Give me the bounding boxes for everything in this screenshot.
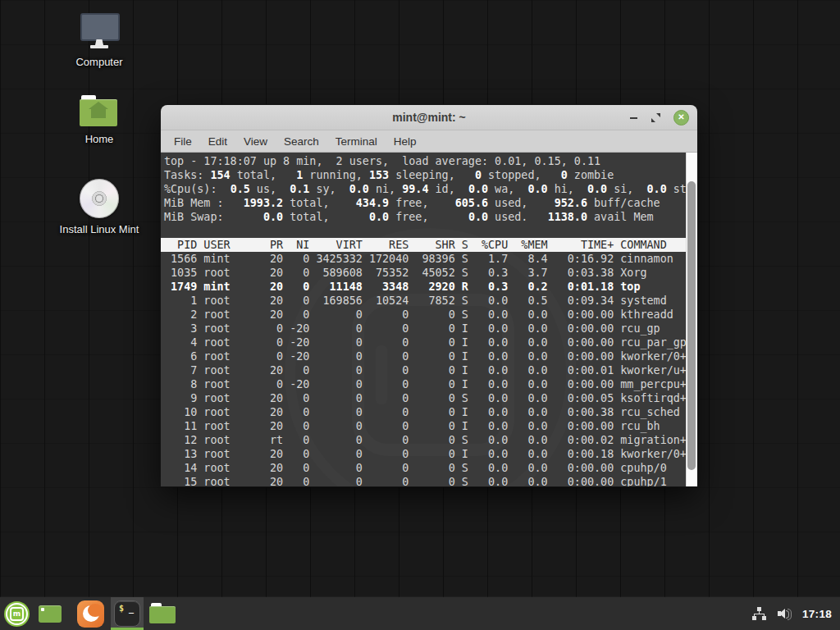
terminal-line: Tasks: 154 total, 1 running, 153 sleepin… [161,168,686,182]
taskbar-firefox[interactable] [71,597,109,630]
terminal-icon: $ _ [114,600,140,627]
minimize-button[interactable] [629,113,638,122]
volume-icon[interactable] [778,607,792,620]
process-row: 6 root 0 -20 0 0 0 I 0.0 0.0 0:00.00 kwo… [161,349,686,363]
taskbar-show-desktop[interactable] [32,597,68,630]
maximize-button[interactable] [651,113,660,122]
taskbar-menu-button[interactable]: m [0,597,32,630]
menu-view[interactable]: View [235,133,276,150]
process-row: 9 root 20 0 0 0 0 S 0.0 0.0 0:00.05 ksof… [161,391,686,405]
process-row: 1566 mint 20 0 3425332 172040 98396 S 1.… [161,252,686,266]
desktop-icon-label: Computer [62,56,136,68]
process-row: 4 root 0 -20 0 0 0 I 0.0 0.0 0:00.00 rcu… [161,336,686,349]
desktop-icon-home[interactable]: Home [62,94,136,145]
window-title: mint@mint: ~ [161,111,697,124]
firefox-icon [77,600,104,628]
process-row: 8 root 0 -20 0 0 0 I 0.0 0.0 0:00.00 mm_… [161,377,686,391]
taskbar-files[interactable] [144,597,181,630]
desktop-icon-install-linux-mint[interactable]: Install Linux Mint [46,179,153,235]
process-row: 14 root 20 0 0 0 0 S 0.0 0.0 0:00.00 cpu… [161,461,686,475]
process-row: 12 root rt 0 0 0 0 S 0.0 0.0 0:00.02 mig… [161,433,686,447]
desktop-background[interactable]: Computer Home Install Linux Mint mint@mi… [0,0,840,630]
process-row: 1 root 20 0 169856 10524 7852 S 0.0 0.5 … [161,294,686,308]
process-row: 3 root 0 -20 0 0 0 I 0.0 0.0 0:00.00 rcu… [161,322,686,336]
menu-search[interactable]: Search [276,133,327,150]
taskbar-terminal[interactable]: $ _ [111,597,144,630]
computer-icon [80,13,119,51]
process-row: 13 root 20 0 0 0 0 I 0.0 0.0 0:00.18 kwo… [161,447,686,461]
home-folder-icon [80,94,119,128]
taskbar-clock[interactable]: 17:18 [802,608,832,620]
terminal-line: MiB Mem : 1993.2 total, 434.9 free, 605.… [161,196,686,210]
show-desktop-icon [39,605,62,623]
close-button[interactable]: ✕ [673,110,689,126]
files-icon [149,603,176,624]
process-row: 1035 root 20 0 589608 75352 45052 S 0.3 … [161,266,686,280]
terminal-line: MiB Swap: 0.0 total, 0.0 free, 0.0 used.… [161,210,686,224]
menu-edit[interactable]: Edit [200,133,235,150]
process-row: 15 root 20 0 0 0 0 S 0.0 0.0 0:00.00 cpu… [161,475,686,486]
process-table-header: PID USER PR NI VIRT RES SHR S %CPU %MEM … [161,238,686,252]
process-row: 1749 mint 20 0 11148 3348 2920 R 0.3 0.2… [161,280,686,294]
terminal-menubar: File Edit View Search Terminal Help [161,130,697,153]
scrollbar-thumb[interactable] [687,181,696,470]
terminal-line [161,224,686,238]
scrollbar-track[interactable] [686,153,697,486]
desktop-icon-label: Home [62,133,136,145]
process-row: 11 root 20 0 0 0 0 I 0.0 0.0 0:00.00 rcu… [161,419,686,433]
process-row: 10 root 20 0 0 0 0 I 0.0 0.0 0:00.38 rcu… [161,405,686,419]
mint-menu-icon: m [4,601,30,627]
taskbar: m $ _ 17:18 [0,597,840,630]
menu-help[interactable]: Help [386,133,425,150]
terminal-line: top - 17:18:07 up 8 min, 2 users, load a… [161,154,686,168]
network-icon[interactable] [752,607,766,620]
process-row: 2 root 20 0 0 0 0 S 0.0 0.0 0:00.00 kthr… [161,308,686,322]
terminal-output[interactable]: top - 17:18:07 up 8 min, 2 users, load a… [161,153,686,486]
desktop-icon-label: Install Linux Mint [46,223,153,235]
menu-terminal[interactable]: Terminal [327,133,386,150]
terminal-window: mint@mint: ~ ✕ File Edit View Search Ter… [161,105,697,486]
desktop-icon-computer[interactable]: Computer [62,13,136,68]
terminal-line: %Cpu(s): 0.5 us, 0.1 sy, 0.0 ni, 99.4 id… [161,182,686,196]
menu-file[interactable]: File [166,133,200,150]
process-row: 7 root 20 0 0 0 0 I 0.0 0.0 0:00.01 kwor… [161,363,686,377]
install-cd-icon [80,179,119,218]
window-titlebar[interactable]: mint@mint: ~ ✕ [161,105,697,130]
